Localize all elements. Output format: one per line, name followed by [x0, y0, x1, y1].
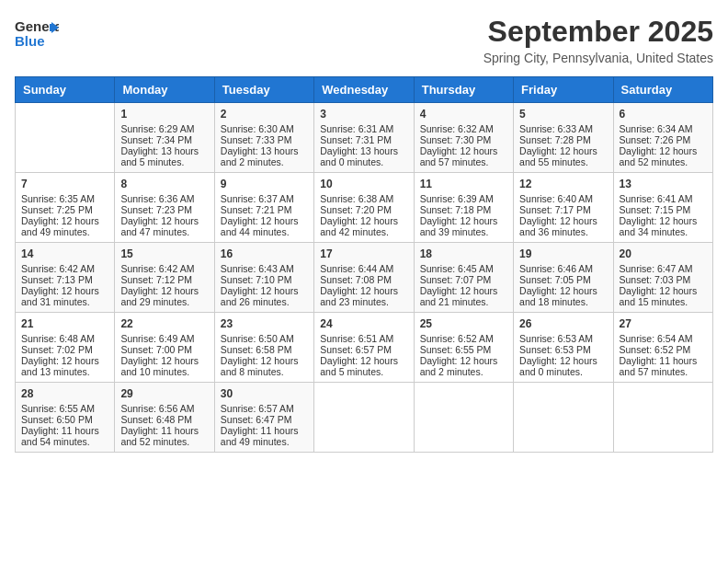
- day-info: Sunrise: 6:29 AM: [120, 123, 208, 134]
- calendar-week-4: 21Sunrise: 6:48 AMSunset: 7:02 PMDayligh…: [16, 313, 713, 383]
- calendar-cell: 4Sunrise: 6:32 AMSunset: 7:30 PMDaylight…: [414, 103, 513, 173]
- calendar-cell: [314, 383, 414, 453]
- day-number: 6: [620, 108, 707, 121]
- day-info: Sunrise: 6:42 AM: [120, 263, 208, 274]
- day-info: and 55 minutes.: [519, 156, 607, 167]
- calendar-body: 1Sunrise: 6:29 AMSunset: 7:34 PMDaylight…: [16, 103, 713, 453]
- day-info: and 5 minutes.: [120, 156, 208, 167]
- calendar-cell: [16, 103, 115, 173]
- day-number: 7: [21, 178, 108, 190]
- day-info: Daylight: 12 hours: [420, 145, 507, 156]
- day-number: 25: [420, 317, 507, 330]
- calendar-cell: 28Sunrise: 6:55 AMSunset: 6:50 PMDayligh…: [16, 383, 115, 453]
- calendar-cell: 21Sunrise: 6:48 AMSunset: 7:02 PMDayligh…: [16, 313, 115, 383]
- day-info: Daylight: 12 hours: [420, 355, 507, 366]
- calendar-cell: 13Sunrise: 6:41 AMSunset: 7:15 PMDayligh…: [613, 173, 712, 243]
- day-info: and 47 minutes.: [120, 226, 208, 237]
- day-info: and 26 minutes.: [221, 296, 308, 307]
- day-info: Sunrise: 6:53 AM: [519, 333, 607, 344]
- day-info: Sunset: 6:50 PM: [21, 414, 108, 425]
- day-info: Daylight: 12 hours: [420, 285, 507, 296]
- day-number: 11: [420, 178, 507, 190]
- day-info: Sunrise: 6:52 AM: [420, 333, 507, 344]
- day-info: and 0 minutes.: [519, 366, 607, 377]
- day-info: Daylight: 12 hours: [519, 215, 607, 226]
- calendar-cell: 22Sunrise: 6:49 AMSunset: 7:00 PMDayligh…: [115, 313, 214, 383]
- day-number: 1: [120, 108, 208, 121]
- day-info: Sunset: 6:52 PM: [620, 344, 707, 355]
- day-info: Sunset: 7:15 PM: [620, 204, 707, 215]
- location: Spring City, Pennsylvania, United States: [483, 51, 713, 65]
- day-number: 28: [21, 387, 108, 400]
- day-info: Sunset: 7:08 PM: [320, 274, 407, 285]
- day-info: Sunrise: 6:41 AM: [620, 193, 707, 204]
- day-info: Sunrise: 6:45 AM: [420, 263, 507, 274]
- day-info: Sunrise: 6:43 AM: [221, 263, 308, 274]
- day-info: and 49 minutes.: [21, 226, 108, 237]
- day-info: and 2 minutes.: [221, 156, 308, 167]
- day-info: Sunset: 6:48 PM: [120, 414, 208, 425]
- day-info: Daylight: 12 hours: [519, 285, 607, 296]
- day-number: 24: [320, 317, 407, 330]
- day-info: Sunset: 6:57 PM: [320, 344, 407, 355]
- day-info: and 52 minutes.: [120, 436, 208, 447]
- day-number: 4: [420, 108, 507, 121]
- day-number: 19: [519, 247, 607, 260]
- day-info: Daylight: 12 hours: [21, 285, 108, 296]
- day-info: Daylight: 12 hours: [21, 215, 108, 226]
- day-info: and 31 minutes.: [21, 296, 108, 307]
- day-info: Daylight: 12 hours: [120, 215, 208, 226]
- day-number: 9: [221, 178, 308, 190]
- calendar-cell: 5Sunrise: 6:33 AMSunset: 7:28 PMDaylight…: [514, 103, 613, 173]
- calendar-cell: 14Sunrise: 6:42 AMSunset: 7:13 PMDayligh…: [16, 243, 115, 313]
- day-info: Sunset: 7:20 PM: [320, 204, 407, 215]
- day-info: Daylight: 12 hours: [519, 145, 607, 156]
- day-info: Sunrise: 6:57 AM: [221, 403, 308, 414]
- day-info: Sunset: 7:30 PM: [420, 134, 507, 145]
- day-info: Daylight: 12 hours: [620, 145, 707, 156]
- day-info: and 39 minutes.: [420, 226, 507, 237]
- day-number: 30: [221, 387, 308, 400]
- calendar-cell: 19Sunrise: 6:46 AMSunset: 7:05 PMDayligh…: [514, 243, 613, 313]
- day-info: and 8 minutes.: [221, 366, 308, 377]
- calendar-cell: 16Sunrise: 6:43 AMSunset: 7:10 PMDayligh…: [214, 243, 313, 313]
- day-number: 5: [519, 108, 607, 121]
- day-number: 18: [420, 247, 507, 260]
- day-info: and 29 minutes.: [120, 296, 208, 307]
- day-number: 23: [221, 317, 308, 330]
- day-info: Sunrise: 6:48 AM: [21, 333, 108, 344]
- day-info: Sunset: 7:25 PM: [21, 204, 108, 215]
- calendar-table: SundayMondayTuesdayWednesdayThursdayFrid…: [15, 76, 713, 453]
- day-info: Sunset: 7:28 PM: [519, 134, 607, 145]
- weekday-header-sunday: Sunday: [16, 77, 115, 103]
- day-info: and 36 minutes.: [519, 226, 607, 237]
- day-info: Daylight: 12 hours: [420, 215, 507, 226]
- calendar-cell: 9Sunrise: 6:37 AMSunset: 7:21 PMDaylight…: [214, 173, 313, 243]
- day-info: Daylight: 12 hours: [320, 355, 407, 366]
- weekday-header-tuesday: Tuesday: [214, 77, 313, 103]
- day-info: Sunset: 7:03 PM: [620, 274, 707, 285]
- logo: General Blue: [15, 15, 59, 50]
- day-info: and 15 minutes.: [620, 296, 707, 307]
- day-info: Sunrise: 6:39 AM: [420, 193, 507, 204]
- calendar-cell: 30Sunrise: 6:57 AMSunset: 6:47 PMDayligh…: [214, 383, 313, 453]
- day-info: and 10 minutes.: [120, 366, 208, 377]
- day-number: 26: [519, 317, 607, 330]
- day-number: 22: [120, 317, 208, 330]
- calendar-cell: [514, 383, 613, 453]
- day-info: and 18 minutes.: [519, 296, 607, 307]
- day-info: and 54 minutes.: [21, 436, 108, 447]
- calendar-cell: 25Sunrise: 6:52 AMSunset: 6:55 PMDayligh…: [414, 313, 513, 383]
- day-info: Sunset: 7:00 PM: [120, 344, 208, 355]
- day-info: Sunrise: 6:32 AM: [420, 123, 507, 134]
- day-info: Sunset: 7:34 PM: [120, 134, 208, 145]
- page-header: General Blue September 2025 Spring City,…: [15, 15, 713, 65]
- day-info: Daylight: 12 hours: [221, 215, 308, 226]
- day-info: Sunrise: 6:34 AM: [620, 123, 707, 134]
- day-info: Sunset: 6:58 PM: [221, 344, 308, 355]
- day-info: Sunrise: 6:54 AM: [620, 333, 707, 344]
- day-info: and 34 minutes.: [620, 226, 707, 237]
- day-number: 3: [320, 108, 407, 121]
- day-info: and 42 minutes.: [320, 226, 407, 237]
- day-info: Daylight: 13 hours: [120, 145, 208, 156]
